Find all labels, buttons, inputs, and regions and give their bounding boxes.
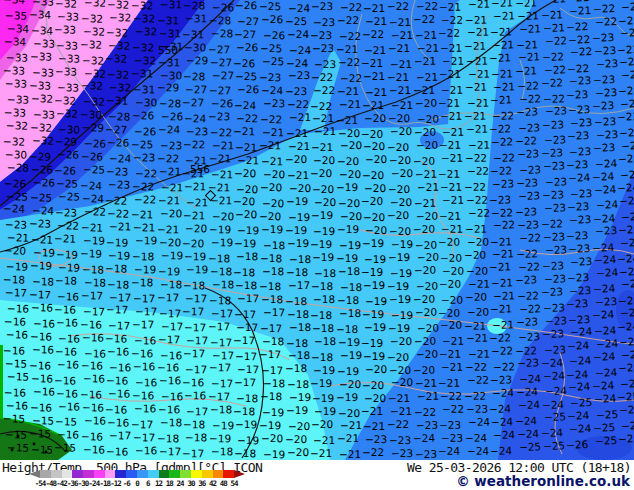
temp-value: −19: [390, 268, 412, 279]
temp-value: −20: [467, 307, 489, 318]
temp-value: −30: [184, 42, 206, 53]
temp-value: −20: [414, 127, 436, 138]
temp-value: −31: [185, 13, 207, 24]
temp-value: −19: [263, 449, 285, 460]
temp-value: −23: [518, 332, 541, 343]
temp-value: −29: [82, 122, 104, 133]
temp-value: −20: [387, 142, 409, 153]
temp-value: −32: [84, 0, 106, 8]
temp-value: −21: [438, 98, 460, 109]
legend-segment: [137, 470, 148, 478]
temp-value: −27: [209, 85, 231, 96]
temp-value: −25: [593, 422, 616, 434]
temp-value: −22: [491, 345, 513, 356]
temp-value: −21: [310, 448, 332, 459]
legend-segment: [169, 470, 180, 478]
temp-value: −21: [467, 27, 489, 38]
temp-value: −33: [29, 51, 51, 62]
temp-value: −20: [464, 249, 486, 260]
temp-value: −19: [364, 254, 386, 265]
temp-value: −33: [7, 94, 30, 105]
temp-value: −16: [7, 303, 30, 314]
temp-value: −17: [259, 349, 281, 360]
temp-value: −24: [620, 236, 634, 248]
temp-value: −21: [515, 0, 538, 8]
temp-value: −17: [135, 306, 157, 317]
temp-value: −20: [439, 278, 461, 289]
temp-value: −22: [465, 362, 487, 373]
temp-value: −22: [493, 152, 515, 163]
temp-value: −24: [286, 58, 308, 69]
temp-value: −21: [362, 100, 384, 111]
temp-value: −17: [233, 335, 255, 346]
temp-value: −21: [516, 39, 539, 50]
temp-value: −33: [55, 66, 77, 77]
temp-value: −25: [58, 191, 80, 202]
temp-value: −20: [413, 365, 435, 376]
temp-value: −23: [389, 435, 411, 446]
temp-value: −22: [566, 21, 589, 32]
temp-value: −23: [540, 286, 563, 297]
temp-value: −25: [619, 404, 634, 416]
temp-value: −20: [414, 336, 436, 347]
temp-value: −26: [212, 2, 234, 13]
temp-value: −20: [389, 226, 411, 237]
temp-value: −31: [182, 29, 204, 40]
legend-segment: [115, 470, 126, 478]
temp-value: −23: [541, 119, 564, 130]
temp-value: −26: [211, 98, 233, 109]
temp-value: −16: [157, 404, 179, 415]
temp-value: −19: [336, 182, 358, 193]
temp-value: −28: [7, 162, 30, 173]
temp-value: −20: [465, 291, 487, 302]
temp-value: −21: [492, 39, 514, 50]
temp-value: −21: [466, 56, 488, 67]
temp-value: −19: [135, 235, 157, 246]
temp-value: −23: [391, 448, 413, 459]
temp-value: −24: [619, 127, 634, 139]
temp-value: −26: [84, 138, 106, 149]
temp-value: −21: [415, 378, 437, 389]
temp-value: −16: [132, 390, 154, 401]
temp-value: −20: [391, 377, 413, 388]
temp-value: −24: [570, 326, 593, 337]
temp-value: −24: [596, 267, 619, 279]
temp-value: −24: [568, 172, 591, 183]
temp-value: −21: [183, 210, 205, 221]
temp-value: −17: [237, 293, 259, 304]
legend-segment: [51, 470, 62, 478]
temp-value: −21: [261, 156, 283, 167]
temp-value: −21: [468, 278, 490, 289]
temp-value: −16: [58, 333, 80, 344]
temp-value: −21: [464, 320, 486, 331]
temp-value: −21: [160, 182, 182, 193]
temp-value: −25: [596, 409, 619, 421]
temp-value: −19: [6, 261, 29, 272]
temp-value: −28: [211, 28, 233, 39]
temp-value: −32: [83, 96, 105, 107]
temp-value: −26: [261, 14, 283, 25]
temp-value: −19: [286, 196, 308, 207]
temp-value: −18: [314, 268, 336, 279]
temp-value: −34: [28, 9, 50, 20]
temp-value: −24: [617, 182, 634, 194]
legend-segment: [94, 470, 105, 478]
temp-value: −19: [388, 252, 410, 263]
temp-value: −18: [236, 393, 258, 404]
temp-value: −33: [31, 0, 53, 7]
temp-value: −20: [387, 210, 409, 221]
temp-value: −24: [621, 349, 634, 361]
temp-value: −22: [338, 57, 360, 68]
temp-value: −22: [135, 168, 157, 179]
temp-value: −25: [6, 191, 29, 202]
temp-value: −17: [212, 350, 234, 361]
temp-value: −21: [415, 30, 437, 41]
temp-value: −19: [361, 267, 383, 278]
temp-value: −24: [31, 205, 53, 216]
temp-value: −18: [82, 264, 104, 275]
temp-value: −17: [108, 320, 130, 331]
temp-value: −16: [29, 402, 51, 413]
temp-value: −19: [339, 240, 361, 251]
temp-value: −23: [566, 159, 589, 170]
temp-value: −24: [592, 242, 615, 254]
